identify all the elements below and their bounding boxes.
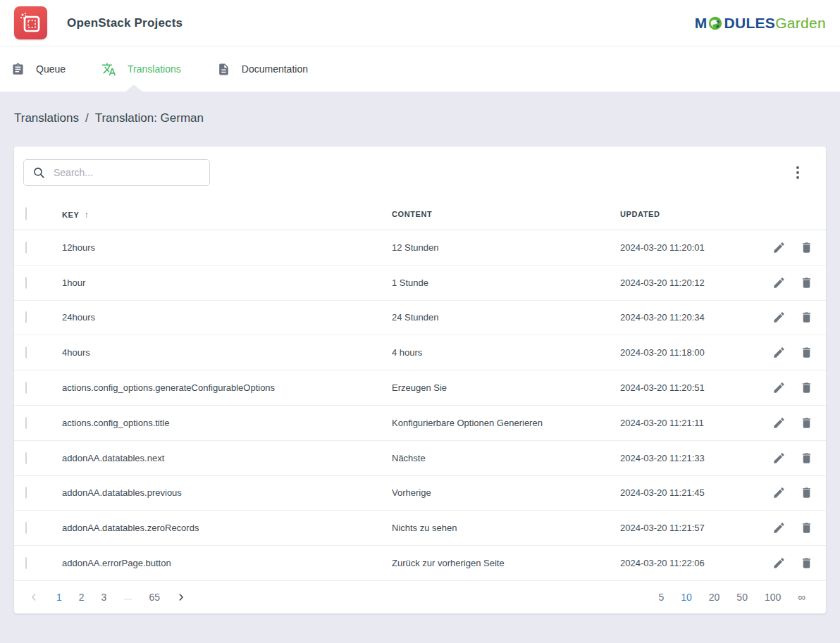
sort-ascending-icon: ↑ [84,209,89,220]
chevron-right-icon [175,592,187,603]
page-title: OpenStack Projects [67,16,183,30]
breadcrumb-section[interactable]: Translations [14,111,79,125]
delete-button[interactable] [800,521,813,535]
table-row: 4hours 4 hours 2024-03-20 11:18:00 [14,335,826,370]
column-header-content[interactable]: CONTENT [392,210,620,218]
cell-content: 4 hours [392,347,620,358]
delete-button[interactable] [800,381,813,394]
edit-button[interactable] [772,486,786,499]
page-number-1[interactable]: 1 [51,589,68,606]
edit-button[interactable] [772,276,786,289]
search-icon [32,166,46,180]
chevron-left-icon [28,592,39,603]
column-header-content-label: CONTENT [392,210,432,218]
edit-button[interactable] [772,311,786,324]
pencil-icon [772,521,786,535]
cell-content: Zurück zur vorherigen Seite [392,558,620,568]
openstack-projects-logo-icon [17,9,45,37]
more-options-button[interactable] [789,162,806,183]
row-checkbox[interactable] [25,487,27,499]
edit-button[interactable] [772,241,786,254]
next-page-button[interactable] [171,589,191,606]
page-number-2[interactable]: 2 [73,589,90,606]
delete-button[interactable] [800,556,813,570]
tab-queue-label: Queue [36,63,66,75]
pagination-bar: 1 2 3 … 65 5 10 20 50 100 ∞ [14,581,826,613]
table-row: addonAA.errorPage.button Zurück zur vorh… [14,546,826,581]
edit-button[interactable] [772,556,786,570]
row-checkbox[interactable] [25,347,27,358]
delete-button[interactable] [800,451,813,465]
edit-button[interactable] [772,381,786,394]
row-checkbox[interactable] [25,277,27,289]
column-header-key-label: KEY [62,211,79,219]
table-header-row: KEY↑ CONTENT UPDATED [14,199,826,230]
row-checkbox[interactable] [25,382,27,394]
active-tab-caret [125,85,142,92]
cell-content: Erzeugen Sie [392,382,620,393]
page-size-unlimited[interactable]: ∞ [791,588,812,606]
cell-updated: 2024-03-20 11:20:12 [620,277,772,288]
delete-button[interactable] [800,346,813,359]
content-area: Translations / Translation: German [0,92,840,613]
edit-button[interactable] [772,451,786,465]
kebab-dot [796,171,799,174]
page-size-50[interactable]: 50 [730,589,754,606]
page-number-65[interactable]: 65 [143,589,166,606]
select-all-checkbox[interactable] [25,207,27,220]
column-header-updated[interactable]: UPDATED [620,210,772,218]
search-box[interactable] [23,159,210,186]
globe-icon [708,15,723,31]
delete-button[interactable] [800,311,813,324]
cell-updated: 2024-03-20 11:20:01 [620,242,772,253]
column-header-key[interactable]: KEY↑ [62,209,392,220]
cell-content: Konfigurierbare Optionen Generieren [392,418,620,428]
cell-key: 1hour [62,277,392,288]
page-size-100[interactable]: 100 [758,589,787,606]
trash-icon [800,311,813,324]
tab-queue[interactable]: Queue [11,63,78,76]
delete-button[interactable] [800,276,813,289]
page-size-20[interactable]: 20 [703,589,727,606]
cell-updated: 2024-03-20 11:20:34 [620,312,772,323]
cell-updated: 2024-03-20 11:20:51 [620,382,772,393]
cell-updated: 2024-03-20 11:21:33 [620,453,772,463]
app-logo-icon [14,6,47,39]
modulesgarden-logo: M DULES Garden [695,15,826,32]
tab-documentation[interactable]: Documentation [217,63,320,76]
row-checkbox[interactable] [25,557,27,569]
tab-translations-label: Translations [128,63,181,75]
cell-key: 12hours [62,242,392,253]
page-number-3[interactable]: 3 [96,589,113,606]
breadcrumb-current-page: Translation: German [95,111,204,125]
row-checkbox[interactable] [25,452,27,464]
table-row: actions.config_options.title Konfigurier… [14,406,826,441]
row-checkbox[interactable] [25,522,27,534]
previous-page-button[interactable] [24,589,44,606]
page-size-5[interactable]: 5 [652,589,670,606]
cell-updated: 2024-03-20 11:18:00 [620,347,772,358]
tab-translations[interactable]: Translations [101,62,193,77]
edit-button[interactable] [772,346,786,359]
row-checkbox[interactable] [25,417,27,429]
delete-button[interactable] [800,416,813,430]
kebab-dot [796,166,799,169]
row-checkbox[interactable] [25,242,27,254]
edit-button[interactable] [772,521,786,535]
cell-content: 12 Stunden [392,242,620,253]
page-navigator: 1 2 3 … 65 [24,589,198,606]
search-input[interactable] [54,167,201,178]
trash-icon [800,556,813,570]
cell-key: addonAA.datatables.zeroRecords [62,523,392,533]
delete-button[interactable] [800,241,813,254]
delete-button[interactable] [800,486,813,499]
row-checkbox[interactable] [25,311,27,323]
trash-icon [800,381,813,394]
translations-card: KEY↑ CONTENT UPDATED 12hours 12 Stunden … [14,146,826,613]
edit-button[interactable] [772,416,786,430]
breadcrumb: Translations / Translation: German [14,92,826,146]
page-size-10[interactable]: 10 [674,589,698,606]
trash-icon [800,241,813,254]
tab-bar: Queue Translations Documentation [0,46,840,92]
pencil-icon [772,276,786,289]
